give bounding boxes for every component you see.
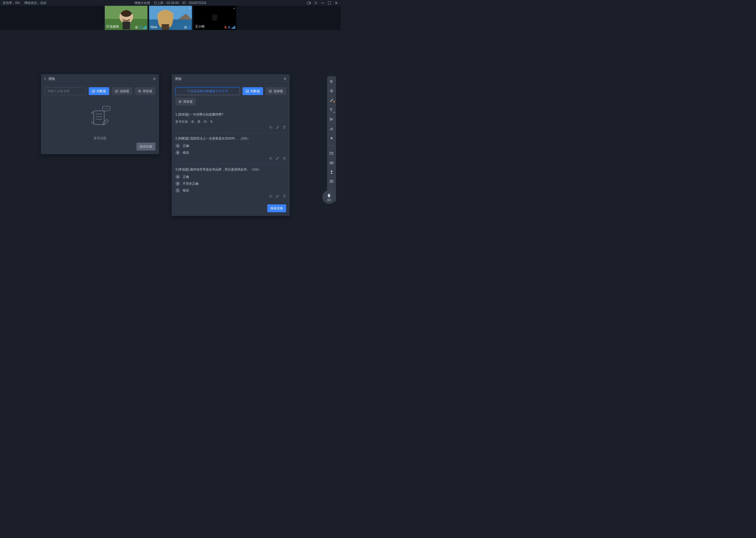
svg-point-37 bbox=[269, 90, 272, 92]
svg-point-44 bbox=[331, 137, 332, 139]
add-short-button[interactable]: 简答题 bbox=[175, 98, 196, 106]
add-choice-button[interactable]: 选择题 bbox=[266, 87, 286, 95]
mic-icon bbox=[228, 26, 230, 29]
save-quiz-button[interactable]: 保存试卷 bbox=[267, 204, 286, 212]
quiz-panel-empty: 测验 判断题 选择题 简答题 bbox=[41, 74, 159, 154]
delete-icon[interactable] bbox=[282, 126, 286, 129]
toolbox-tool-icon[interactable] bbox=[329, 160, 334, 165]
add-judge-button[interactable]: 判断题 bbox=[89, 87, 109, 95]
loss-value: 0% bbox=[15, 1, 20, 5]
close-tile-icon[interactable]: × bbox=[189, 7, 191, 10]
maximize-icon[interactable] bbox=[328, 1, 331, 5]
edit-icon[interactable] bbox=[276, 157, 279, 160]
quiz-name-display[interactable]: 产品说试卷名称最多十六个字 bbox=[175, 87, 240, 95]
close-icon[interactable] bbox=[153, 77, 156, 81]
delete-icon[interactable] bbox=[282, 194, 286, 198]
move-icon[interactable] bbox=[269, 157, 272, 160]
close-window-icon[interactable] bbox=[334, 1, 338, 5]
top-bar: 丢包率：0% 网络状态：良好 神秘大自然 已上课：02:34:09 ID：202… bbox=[0, 0, 341, 6]
id-label: ID： bbox=[182, 1, 189, 5]
net-value: 良好 bbox=[40, 1, 46, 5]
video-tile-student[interactable]: × 王小明 bbox=[193, 6, 236, 30]
video-tile-teacher[interactable]: 叮当老师 bbox=[105, 6, 148, 30]
option-row[interactable]: B错误 bbox=[175, 150, 286, 155]
side-toolbar: T bbox=[327, 76, 336, 202]
brightness-tool-icon[interactable] bbox=[329, 135, 334, 141]
participant-name: 王小明 bbox=[195, 25, 205, 29]
elapsed-value: 02:34:09 bbox=[166, 1, 179, 5]
move-icon[interactable] bbox=[269, 194, 272, 198]
edit-icon[interactable] bbox=[276, 126, 279, 129]
option-row[interactable]: A正确 bbox=[175, 175, 286, 179]
net-label: 网络状态： bbox=[24, 1, 40, 5]
mic-muted-icon bbox=[224, 26, 227, 29]
svg-rect-17 bbox=[189, 26, 190, 28]
video-tile-student[interactable]: × Nina bbox=[149, 6, 192, 30]
svg-point-8 bbox=[136, 27, 137, 28]
option-row[interactable]: A正确 bbox=[175, 143, 286, 148]
settings-icon[interactable] bbox=[314, 1, 318, 5]
option-row[interactable]: B不完全正确 bbox=[175, 181, 286, 186]
signal-icon bbox=[184, 26, 187, 29]
camera-toggle-icon[interactable] bbox=[307, 1, 311, 5]
mic-icon bbox=[188, 26, 191, 29]
quiz-panel-filled: 测验 产品说试卷名称最多十六个字 判断题 选择题 简答题 1 [简答题] 一年四… bbox=[172, 74, 290, 216]
pen-tool-icon[interactable] bbox=[329, 98, 334, 103]
empty-text: 暂无试题 bbox=[45, 136, 155, 140]
svg-point-46 bbox=[331, 171, 332, 172]
svg-point-24 bbox=[115, 90, 118, 92]
svg-point-19 bbox=[214, 16, 216, 18]
pointer-tool-icon[interactable] bbox=[329, 79, 334, 84]
svg-point-49 bbox=[331, 181, 332, 182]
folder-tool-icon[interactable] bbox=[329, 150, 334, 156]
hand-raise-button[interactable]: 0/2 bbox=[322, 190, 336, 204]
svg-rect-14 bbox=[162, 24, 169, 30]
eraser-tool-icon[interactable] bbox=[329, 126, 334, 131]
elapsed-label: 已上课： bbox=[154, 1, 166, 5]
panel-title: 测验 bbox=[175, 77, 182, 81]
svg-point-50 bbox=[332, 181, 333, 182]
close-tile-icon[interactable]: × bbox=[233, 7, 235, 10]
mic-icon bbox=[139, 26, 142, 29]
audio-level-icon bbox=[231, 26, 235, 29]
svg-point-35 bbox=[108, 108, 109, 109]
signal-icon bbox=[135, 26, 138, 29]
svg-text:T: T bbox=[330, 108, 332, 112]
svg-point-33 bbox=[105, 108, 105, 109]
option-row[interactable]: C错误 bbox=[175, 188, 286, 193]
svg-rect-28 bbox=[94, 111, 104, 125]
panel-title: 测验 bbox=[48, 77, 55, 81]
question-item: 1 [简答题] 一年四季分别是哪四季? 参考答案：春、夏、秋、冬 bbox=[175, 109, 286, 133]
svg-rect-9 bbox=[140, 26, 141, 28]
participant-name: 叮当老师 bbox=[106, 25, 119, 29]
add-short-button[interactable]: 简答题 bbox=[135, 87, 155, 95]
empty-illustration-icon bbox=[87, 104, 113, 130]
text-tool-icon[interactable]: T bbox=[329, 107, 334, 112]
svg-rect-38 bbox=[179, 101, 181, 103]
add-judge-button[interactable]: 判断题 bbox=[243, 87, 263, 95]
svg-point-34 bbox=[106, 108, 107, 109]
participant-name: Nina bbox=[151, 25, 157, 29]
question-item: 2 [判断题] 我国宪法上一次更新是在2020年。 （2分） A正确 B错误 bbox=[175, 133, 286, 164]
close-icon[interactable] bbox=[283, 77, 287, 81]
move-icon[interactable] bbox=[269, 126, 272, 129]
user-tool-icon[interactable] bbox=[329, 169, 334, 175]
chat-tool-icon[interactable] bbox=[329, 179, 334, 184]
delete-icon[interactable] bbox=[282, 157, 286, 160]
svg-rect-6 bbox=[122, 22, 130, 29]
course-title: 神秘大自然 bbox=[134, 1, 150, 5]
save-quiz-button[interactable]: 保存试卷 bbox=[136, 143, 155, 150]
scissors-tool-icon[interactable] bbox=[329, 117, 334, 122]
move-tool-icon[interactable] bbox=[329, 88, 334, 93]
question-item: 3 [单选题] 施华洛世奇是反华品牌，所以梁鼎琪反华。（2分） A正确 B不完全… bbox=[175, 164, 286, 202]
svg-point-43 bbox=[330, 120, 331, 121]
video-strip: 叮当老师 × Nina × 王小明 bbox=[0, 6, 341, 30]
quiz-name-input[interactable] bbox=[45, 87, 86, 95]
edit-icon[interactable] bbox=[276, 194, 279, 198]
back-icon[interactable] bbox=[44, 77, 46, 81]
svg-point-16 bbox=[185, 27, 186, 28]
minimize-icon[interactable] bbox=[321, 1, 324, 5]
svg-point-1 bbox=[315, 2, 316, 3]
svg-rect-23 bbox=[92, 90, 95, 92]
add-choice-button[interactable]: 选择题 bbox=[112, 87, 132, 95]
